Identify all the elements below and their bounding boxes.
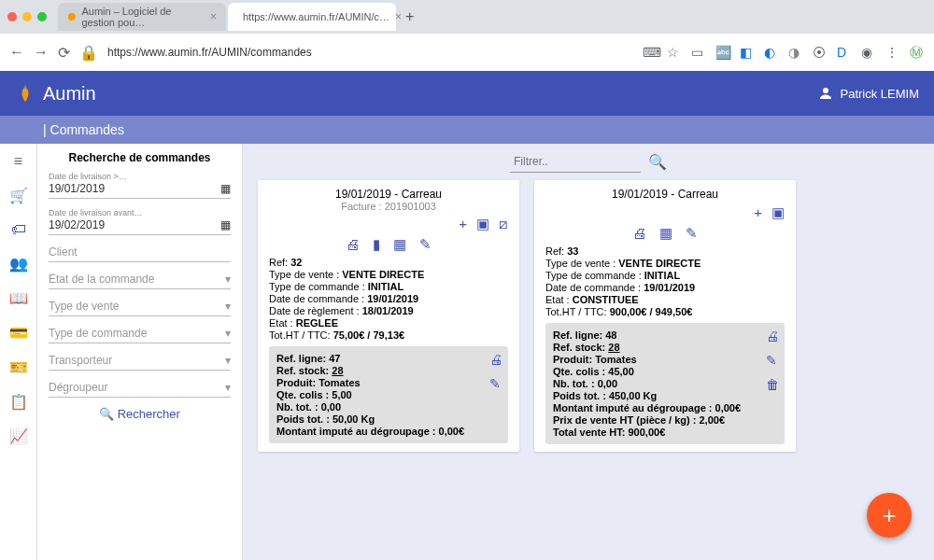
search-icon: 🔍 (99, 407, 114, 421)
comment-icon[interactable]: ▣ (771, 204, 785, 221)
date-to-field[interactable]: Date de livraison avant… 19/02/2019▦ (49, 208, 231, 235)
clipboard-icon[interactable]: 📋 (9, 393, 28, 411)
brand[interactable]: Aumin (15, 83, 96, 105)
label: Type de vente : (545, 258, 618, 269)
edit-icon[interactable]: ✎ (686, 225, 698, 242)
label: Date de commande : (269, 293, 367, 304)
label: Ref: (545, 245, 567, 257)
print-icon[interactable]: 🖨 (346, 236, 360, 253)
label: Poids tot. : (553, 390, 609, 401)
type-commande-field[interactable]: Type de commande▾ (49, 326, 231, 343)
menu-icon[interactable]: ≡ (14, 153, 22, 170)
svg-point-0 (68, 13, 76, 21)
tab-strip: Aumin – Logiciel de gestion pou… × https… (0, 0, 934, 34)
star-icon[interactable]: ☆ (667, 45, 682, 60)
edit-icon[interactable]: ✎ (419, 236, 432, 253)
back-button[interactable]: ← (9, 44, 24, 61)
date-from-field[interactable]: Date de livraison >… 19/01/2019▦ (49, 172, 231, 199)
ref-value: 32 (290, 257, 302, 268)
field-value: 19/01/2019 (49, 182, 105, 195)
value: INITIAL (644, 270, 681, 281)
calendar-icon[interactable]: ▦ (393, 236, 406, 253)
print-icon[interactable]: 🖨 (766, 329, 779, 343)
value: Tomates (318, 377, 360, 388)
traffic-lights (7, 12, 47, 21)
search-label: Rechercher (118, 407, 180, 421)
ticket-icon[interactable]: 🎫 (9, 358, 28, 376)
field-value: 19/02/2019 (49, 218, 105, 231)
stock-link[interactable]: 28 (332, 365, 343, 376)
notebook-icon[interactable]: ▮ (373, 236, 380, 253)
forward-button[interactable]: → (34, 44, 49, 61)
profile-icon[interactable]: Ⓜ (910, 45, 925, 60)
reload-button[interactable]: ⟳ (58, 44, 70, 62)
browser-tab-2[interactable]: https://www.aumin.fr/AUMIN/c… × (228, 3, 396, 31)
search-button[interactable]: 🔍 Rechercher (49, 407, 231, 421)
cart-icon[interactable]: 🛒 (9, 187, 28, 204)
key-icon[interactable]: ⌨ (643, 45, 658, 60)
label: Type de vente : (269, 269, 342, 280)
stock-link[interactable]: 28 (608, 342, 619, 353)
comment-icon[interactable]: ▣ (476, 216, 489, 232)
extension-icon[interactable]: ◉ (861, 45, 876, 60)
close-icon[interactable]: × (210, 10, 217, 23)
search-title: Recherche de commandes (49, 151, 231, 164)
browser-tab-1[interactable]: Aumin – Logiciel de gestion pou… × (58, 3, 226, 31)
card-icon[interactable]: 💳 (9, 324, 28, 342)
extension-icon[interactable]: ◐ (764, 45, 779, 60)
extension-icon[interactable]: ◧ (740, 45, 755, 60)
add-icon[interactable]: + (459, 216, 467, 232)
window-min-icon[interactable] (22, 12, 32, 21)
label: Etat : (269, 317, 296, 329)
filter-input[interactable] (510, 151, 641, 173)
etat-field[interactable]: Etat de la commande▾ (49, 272, 231, 289)
book-icon[interactable]: 📖 (9, 289, 28, 307)
search-icon[interactable]: 🔍 (648, 153, 667, 171)
fab-add-button[interactable]: + (867, 493, 912, 538)
calendar-icon[interactable]: ▦ (659, 225, 672, 242)
value: 19/01/2019 (644, 282, 695, 293)
page-title-bar: | Commandes (0, 116, 934, 144)
chart-icon[interactable]: 📈 (9, 427, 28, 445)
print-icon[interactable]: 🖨 (632, 225, 646, 242)
new-tab-button[interactable]: + (405, 8, 414, 25)
people-icon[interactable]: 👥 (9, 255, 28, 273)
extension-icon[interactable]: D (837, 45, 852, 60)
order-card: 19/01/2019 - Carreau Facture : 201901003… (258, 180, 519, 452)
add-icon[interactable]: + (754, 204, 762, 221)
transporteur-field[interactable]: Transporteur▾ (49, 353, 231, 371)
delete-icon[interactable]: 🗑 (766, 377, 779, 392)
tag-icon[interactable]: 🏷 (11, 221, 26, 238)
extension-icon[interactable]: ⦿ (813, 45, 828, 60)
user-menu[interactable]: Patrick LEMIM (817, 85, 919, 102)
value: CONSTITUEE (573, 294, 639, 305)
extension-icon[interactable]: ◑ (788, 45, 803, 60)
comment-off-icon[interactable]: ⧄ (499, 216, 508, 232)
client-field[interactable]: Client (49, 245, 231, 262)
browser-chrome: Aumin – Logiciel de gestion pou… × https… (0, 0, 934, 71)
edit-icon[interactable]: ✎ (489, 376, 502, 391)
calendar-icon[interactable]: ▦ (220, 182, 231, 195)
cast-icon[interactable]: ▭ (691, 45, 706, 60)
chevron-down-icon: ▾ (225, 327, 231, 340)
card-title: 19/01/2019 - Carreau (269, 188, 508, 201)
type-vente-field[interactable]: Type de vente▾ (49, 299, 231, 316)
print-icon[interactable]: 🖨 (489, 352, 502, 367)
value: VENTE DIRECTE (618, 258, 700, 269)
calendar-icon[interactable]: ▦ (220, 218, 231, 231)
edit-icon[interactable]: ✎ (766, 353, 779, 368)
order-line: 🖨 ✎ 🗑 Ref. ligne: 48 Ref. stock: 28 Prod… (545, 323, 785, 444)
value: 47 (329, 353, 340, 364)
window-max-icon[interactable] (37, 12, 47, 21)
value: 19/01/2019 (367, 293, 418, 304)
url-display[interactable]: https://www.aumin.fr/AUMIN/commandes (107, 46, 633, 59)
close-icon[interactable]: × (395, 10, 402, 23)
translate-icon[interactable]: 🔤 (715, 45, 730, 60)
value: 450,00 Kg (609, 390, 657, 401)
ref-value: 33 (567, 245, 578, 257)
window-close-icon[interactable] (7, 12, 17, 21)
favicon-icon (67, 11, 76, 22)
menu-icon[interactable]: ⋮ (885, 45, 900, 60)
degroupeur-field[interactable]: Dégroupeur▾ (49, 380, 231, 398)
label: Poids tot. : (276, 413, 333, 425)
